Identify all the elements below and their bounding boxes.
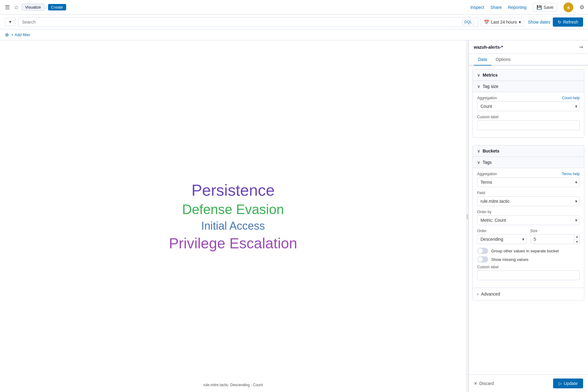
group-other-toggle-knob [478,248,483,253]
discard-icon: ✕ [474,381,477,386]
size-spinner-up[interactable]: ▲ [574,234,580,239]
metrics-section-header[interactable]: ∨ Metrics [473,70,584,81]
panel-header: wazuh-alerts-* ⇒ [469,40,588,54]
search-bar: ▼ DQL 📅 Last 24 hours ▾ Show dates ↻ Ref… [0,15,588,29]
custom-label-label: Custom label [477,115,580,119]
size-input-wrap: ▲ ▼ [530,234,580,244]
panel-expand-button[interactable]: ⇒ [579,44,583,50]
count-help-link[interactable]: Count help [562,96,580,100]
add-filter-button[interactable]: + Add filter [11,32,30,37]
breadcrumb: Visualize / Create [22,4,66,11]
filter-icon[interactable]: ⊕ [5,32,9,38]
breadcrumb-create[interactable]: Create [48,4,66,10]
order-size-row: Order Descending Ascending ▾ Size [477,229,580,244]
filter-bar: ⊕ + Add filter [0,29,588,40]
group-other-label: Group other values in separate bucket [491,249,559,253]
tags-chevron: ∨ [477,160,480,165]
tab-options[interactable]: Options [492,54,515,66]
show-missing-label: Show missing values [491,257,528,262]
search-input[interactable] [22,20,462,24]
update-label: Update [564,381,578,386]
time-picker[interactable]: 📅 Last 24 hours ▾ [481,18,524,26]
order-field: Order Descending Ascending ▾ [477,229,527,244]
group-other-toggle[interactable] [477,248,488,254]
canvas-footer: rule.mitre.tactic: Descending - Count [0,383,466,387]
tag-size-title: Tag size [483,84,498,89]
metrics-section: ∨ Metrics ∨ Tag size Aggregation Count h… [473,69,584,138]
buckets-section-title: Buckets [483,149,499,153]
order-by-select-wrap: Metric: Count Alphabetical ▾ [477,215,580,225]
aggregation-select-wrap: Count Average Sum ▾ [477,101,580,111]
order-select[interactable]: Descending Ascending [477,234,527,244]
discard-button[interactable]: ✕ Discard [474,381,494,386]
show-missing-toggle[interactable] [477,256,488,262]
refresh-icon: ↻ [558,20,561,24]
top-nav: ☰ ⌂ Visualize / Create Inspect Share Rep… [0,0,588,15]
advanced-label: Advanced [481,292,500,296]
wordcloud-word-privilege: Privilege Escalation [169,235,297,252]
advanced-row[interactable]: › Advanced [473,288,584,300]
group-other-toggle-row: Group other values in separate bucket [477,248,580,254]
size-spinner-down[interactable]: ▼ [574,239,580,244]
discard-label: Discard [479,381,494,386]
inspect-link[interactable]: Inspect [470,5,484,10]
main-layout: Persistence Defense Evasion Initial Acce… [0,40,588,392]
search-input-wrap: DQL [18,17,478,27]
custom-label-input[interactable] [477,120,580,130]
size-spinners: ▲ ▼ [574,234,580,244]
canvas-area: Persistence Defense Evasion Initial Acce… [0,40,466,392]
wordcloud-word-initial: Initial Access [201,220,265,232]
breadcrumb-visualize[interactable]: Visualize [22,4,44,11]
terms-help-link[interactable]: Terms help [562,172,580,176]
metrics-body: Aggregation Count help Count Average Sum… [473,92,584,138]
search-type-button[interactable]: ▼ [5,18,16,26]
show-missing-toggle-row: Show missing values [477,256,580,262]
wordcloud-word-persistence: Persistence [191,181,275,199]
aggregation-field-row: Aggregation Count help Count Average Sum… [477,96,580,111]
hamburger-icon[interactable]: ☰ [4,3,11,12]
buckets-aggregation-select[interactable]: Terms Filters Range [477,177,580,187]
save-button[interactable]: 💾 Save [533,3,557,12]
settings-icon[interactable]: ⚙ [579,4,584,11]
show-dates-button[interactable]: Show dates [528,20,550,24]
panel-title: wazuh-alerts-* [474,45,503,50]
time-picker-chevron: ▾ [519,20,521,24]
dql-badge[interactable]: DQL [462,19,474,25]
calendar-icon: 📅 [484,20,489,24]
save-icon: 💾 [537,5,542,10]
share-link[interactable]: Share [490,5,502,10]
custom-label-field-row: Custom label [477,115,580,130]
time-range-label: Last 24 hours [491,20,517,24]
tab-data[interactable]: Data [474,54,492,66]
size-label: Size [530,229,580,233]
size-field: Size ▲ ▼ [530,229,580,244]
resize-handle[interactable]: ‖ [466,40,469,392]
buckets-custom-label-input[interactable] [477,270,580,280]
size-input[interactable] [530,234,580,244]
home-icon[interactable]: ⌂ [13,3,19,12]
order-by-label: Order by [477,210,580,214]
nav-right: Inspect Share Reporting 💾 Save a ⚙ [470,2,584,12]
buckets-chevron-icon: ∨ [477,149,480,153]
metrics-chevron-icon: ∨ [477,73,480,77]
buckets-subsection-header[interactable]: ∨ Tags [473,157,584,168]
metrics-subsection-header[interactable]: ∨ Tag size [473,81,584,92]
tags-title: Tags [483,160,492,165]
order-by-select[interactable]: Metric: Count Alphabetical [477,215,580,225]
buckets-section-header[interactable]: ∨ Buckets [473,145,584,157]
update-icon: ▷ [559,381,562,386]
buckets-aggregation-label: Aggregation Terms help [477,172,580,176]
aggregation-select[interactable]: Count Average Sum [477,101,580,111]
buckets-body: Aggregation Terms help Terms Filters Ran… [473,168,584,288]
field-select[interactable]: rule.mitre.tactic rule.mitre.technique a… [477,196,580,206]
refresh-button[interactable]: ↻ Refresh [553,17,583,27]
tag-size-chevron: ∨ [477,84,480,89]
update-button[interactable]: ▷ Update [553,379,583,388]
wordcloud: Persistence Defense Evasion Initial Acce… [157,169,310,264]
reporting-link[interactable]: Reporting [508,5,526,10]
buckets-section: ∨ Buckets ∨ Tags Aggregation Terms help … [473,145,584,300]
avatar[interactable]: a [564,2,573,12]
field-select-row: Field rule.mitre.tactic rule.mitre.techn… [477,191,580,206]
wordcloud-word-defense: Defense Evasion [182,202,284,217]
field-select-wrap: rule.mitre.tactic rule.mitre.technique a… [477,196,580,206]
